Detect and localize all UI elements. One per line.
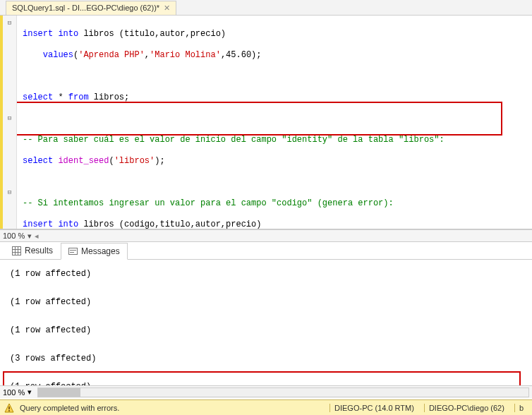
message-row: (1 row affected) bbox=[10, 267, 526, 281]
result-tabs: Results Messages bbox=[0, 242, 532, 260]
message-row: (3 rows affected) bbox=[10, 351, 526, 366]
chevron-down-icon[interactable]: ▾ bbox=[28, 231, 32, 241]
status-extra: b bbox=[514, 404, 528, 412]
svg-point-10 bbox=[8, 410, 10, 411]
tab-bar: SQLQuery1.sql - DI...EGO-PC\diego (62))*… bbox=[0, 0, 532, 16]
warning-icon bbox=[4, 403, 14, 413]
svg-rect-0 bbox=[13, 246, 21, 255]
svg-rect-5 bbox=[69, 248, 78, 254]
horizontal-scrollbar[interactable] bbox=[37, 387, 529, 397]
tab-title: SQLQuery1.sql - DI...EGO-PC\diego (62))* bbox=[12, 4, 159, 12]
file-tab[interactable]: SQLQuery1.sql - DI...EGO-PC\diego (62))*… bbox=[6, 1, 176, 15]
message-row: (1 row affected) bbox=[10, 380, 526, 385]
status-server: DIEGO-PC (14.0 RTM) bbox=[330, 404, 418, 412]
message-row: (1 row affected) bbox=[10, 323, 526, 337]
scrollbar-thumb[interactable] bbox=[38, 388, 80, 397]
tab-messages[interactable]: Messages bbox=[61, 243, 128, 260]
zoom-value[interactable]: 100 % bbox=[3, 388, 25, 397]
fold-icon[interactable]: ⊟ bbox=[3, 188, 16, 198]
status-bar: Query completed with errors. DIEGO-PC (1… bbox=[0, 399, 532, 415]
code-area[interactable]: insert into libros (titulo,autor,precio)… bbox=[17, 16, 532, 229]
zoom-bar-messages: 100 % ▾ bbox=[0, 385, 532, 398]
status-user: DIEGO-PC\diego (62) bbox=[424, 404, 509, 412]
message-row: (1 row affected) bbox=[10, 295, 526, 309]
fold-icon[interactable]: ⊟ bbox=[3, 114, 16, 124]
grid-icon bbox=[12, 246, 21, 255]
tab-results[interactable]: Results bbox=[4, 242, 61, 259]
tab-messages-label: Messages bbox=[81, 246, 120, 256]
fold-icon[interactable]: ⊟ bbox=[3, 18, 16, 29]
gutter: ⊟ ⊟ ⊟ bbox=[0, 16, 17, 229]
zoom-value[interactable]: 100 % bbox=[3, 231, 25, 240]
messages-pane[interactable]: (1 row affected) (1 row affected) (1 row… bbox=[0, 260, 532, 385]
tab-results-label: Results bbox=[25, 246, 53, 255]
close-icon[interactable]: ✕ bbox=[164, 4, 170, 13]
status-text: Query completed with errors. bbox=[20, 404, 119, 412]
chevron-down-icon[interactable]: ▾ bbox=[28, 387, 32, 397]
editor[interactable]: ⊟ ⊟ ⊟ insert into libros (titulo,autor,p… bbox=[0, 16, 532, 229]
zoom-bar-editor: 100 % ▾ ◂ bbox=[0, 229, 532, 242]
message-icon bbox=[68, 247, 78, 256]
